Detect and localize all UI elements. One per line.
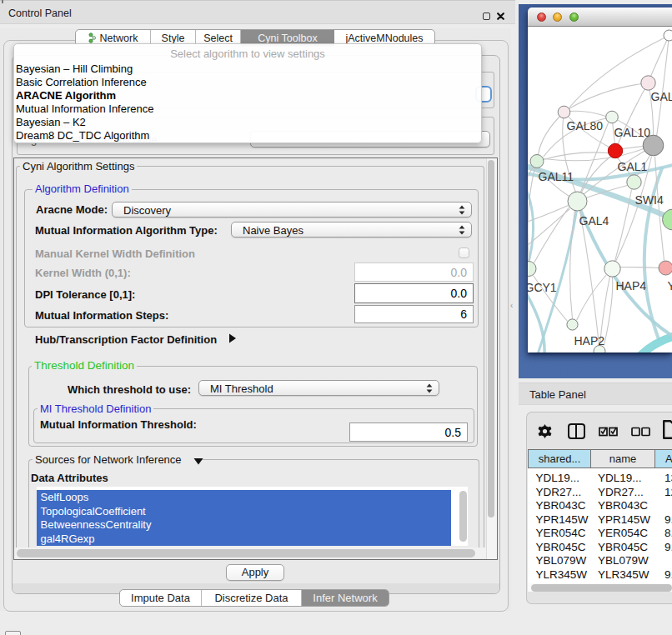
svg-text:GAL2: GAL2: [651, 90, 672, 103]
svg-text:GAL80: GAL80: [567, 119, 604, 132]
svg-text:YM: YM: [668, 279, 672, 292]
svg-text:SWI4: SWI4: [635, 193, 664, 207]
svg-text:HAP2: HAP2: [574, 334, 605, 348]
svg-text:GAL1: GAL1: [618, 160, 648, 173]
svg-text:GAL4: GAL4: [579, 214, 609, 228]
svg-text:GAL10: GAL10: [614, 126, 651, 139]
svg-text:GCY1: GCY1: [528, 281, 557, 294]
svg-text:HAP4: HAP4: [616, 279, 647, 292]
svg-text:GAL11: GAL11: [539, 170, 574, 183]
